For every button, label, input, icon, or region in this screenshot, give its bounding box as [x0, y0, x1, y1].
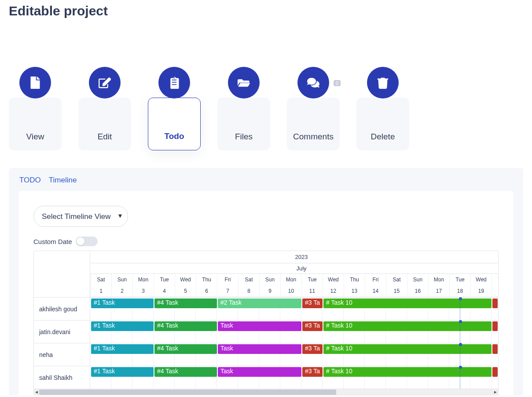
timeline-day-header: Thu	[196, 274, 217, 285]
timeline-row-track: #1 Task#4 TaskTask#3 Ta# Task 10	[90, 343, 498, 366]
timeline-day-header: Sun	[407, 274, 428, 285]
timeline-task-bar[interactable]: #1 Task	[91, 367, 154, 377]
timeline-date-header: 18	[449, 285, 470, 297]
timeline-task-bar[interactable]: #3 Ta	[302, 367, 323, 377]
timeline-row-track: #1 Task#4 TaskTask#3 Ta# Task 10	[90, 320, 498, 343]
tab-comments[interactable]: 0 Comments	[287, 98, 340, 150]
timeline-date-header: 7	[217, 285, 238, 297]
timeline-day-header: Sun	[259, 274, 280, 285]
timeline-date-header: 20	[492, 285, 498, 297]
scroll-right-icon[interactable]: ►	[493, 390, 498, 395]
timeline-task-bar[interactable]: # Task 10	[323, 321, 492, 331]
timeline-day-header: Fri	[365, 274, 386, 285]
timeline-task-bar[interactable]: Task	[218, 344, 301, 354]
timeline-date-header: 14	[365, 285, 386, 297]
timeline-task-bar[interactable]: #3 Ta	[302, 321, 323, 331]
timeline-day-header: Mon	[132, 274, 154, 285]
tab-label: View	[26, 132, 44, 142]
timeline-task-bar[interactable]	[492, 299, 498, 308]
timeline-task-bar[interactable]: #1 Task	[91, 299, 154, 308]
timeline-date-header: 15	[386, 285, 407, 297]
file-icon	[19, 67, 51, 98]
timeline-day-header: Thu	[492, 274, 498, 285]
timeline-date-header: 19	[470, 285, 492, 297]
timeline-task-bar[interactable]: Task	[218, 367, 301, 377]
page-title: Editable project	[9, 4, 532, 18]
scroll-left-icon[interactable]: ◄	[34, 390, 39, 395]
timeline-date-header: 13	[344, 285, 365, 297]
timeline-task-bar[interactable]: #1 Task	[91, 344, 154, 354]
timeline-row-track: #1 Task#4 Task#2 Task#3 Ta# Task 10	[90, 297, 498, 320]
timeline-date-header: 4	[154, 285, 175, 297]
tab-edit[interactable]: Edit	[78, 98, 131, 150]
timeline-row-track: #1 Task#4 TaskTask#3 Ta# Task 10	[90, 366, 498, 389]
timeline-task-bar[interactable]: # Task 10	[323, 344, 492, 354]
timeline-month: July	[90, 263, 498, 274]
timeline-task-bar[interactable]: #1 Task	[91, 321, 154, 331]
timeline-task-bar[interactable]: #3 Ta	[302, 344, 323, 354]
edit-icon	[89, 67, 121, 98]
tab-label: Comments	[293, 132, 334, 142]
timeline-day-header: Mon	[280, 274, 301, 285]
timeline-task-bar[interactable]: # Task 10	[323, 367, 492, 377]
tab-view[interactable]: View	[9, 98, 62, 150]
timeline-date-header: 17	[428, 285, 449, 297]
timeline-row-user: sahil Shaikh	[34, 366, 90, 389]
todo-subtabs: TODO Timeline	[9, 176, 523, 191]
timeline-task-bar[interactable]: # Task 10	[323, 299, 492, 308]
timeline-date-header: 12	[323, 285, 344, 297]
tab-files[interactable]: Files	[217, 98, 270, 150]
timeline-date-header: 16	[407, 285, 428, 297]
timeline-row-user: neha	[34, 343, 90, 366]
timeline-day-header: Thu	[344, 274, 365, 285]
timeline-day-header: Sun	[111, 274, 132, 285]
timeline-task-bar[interactable]: #3 Ta	[302, 299, 323, 308]
timeline-date-header: 8	[238, 285, 259, 297]
timeline-day-header: Wed	[175, 274, 196, 285]
tab-label: Delete	[371, 132, 395, 142]
timeline-task-bar[interactable]: #4 Task	[154, 299, 217, 308]
timeline-date-header: 6	[196, 285, 217, 297]
custom-date-label: Custom Date	[33, 238, 72, 245]
subtab-timeline[interactable]: Timeline	[49, 176, 77, 185]
timeline-task-bar[interactable]: #4 Task	[154, 321, 217, 331]
clipboard-icon	[158, 67, 190, 98]
timeline-day-header: Sat	[90, 274, 111, 285]
timeline-task-bar[interactable]: #4 Task	[154, 344, 217, 354]
tab-label: Files	[235, 132, 253, 142]
timeline-row-user: akhilesh goud	[34, 297, 90, 320]
timeline-day-header: Wed	[323, 274, 344, 285]
comments-count-badge: 0	[334, 80, 341, 86]
timeline-task-bar[interactable]: #4 Task	[154, 367, 217, 377]
timeline-task-bar[interactable]: #2 Task	[218, 299, 301, 308]
timeline-task-bar[interactable]	[492, 321, 498, 331]
trash-icon	[367, 67, 399, 98]
timeline-task-bar[interactable]	[492, 367, 498, 377]
todo-panel: TODO Timeline Select Timeline View Custo…	[9, 168, 523, 395]
tab-delete[interactable]: Delete	[356, 98, 409, 150]
timeline-day-header: Sat	[386, 274, 407, 285]
timeline-scrollbar[interactable]: ◄ ►	[34, 389, 498, 395]
timeline-row-user: jatin.devani	[34, 320, 90, 343]
timeline-task-bar[interactable]: Task	[218, 321, 301, 331]
timeline-day-header: Tue	[154, 274, 175, 285]
project-action-tabs: View Edit Todo Files 0 Comments Delete	[0, 18, 532, 168]
timeline-date-header: 2	[111, 285, 132, 297]
timeline-date-header: 3	[132, 285, 154, 297]
scroll-thumb[interactable]	[39, 390, 336, 395]
timeline-date-header: 11	[301, 285, 323, 297]
comments-icon	[297, 67, 329, 98]
timeline-date-header: 1	[90, 285, 111, 297]
timeline-day-header: Fri	[217, 274, 238, 285]
timeline-task-bar[interactable]	[492, 344, 498, 354]
subtab-todo[interactable]: TODO	[19, 176, 41, 185]
timeline-panel: Select Timeline View Custom Date 2023 Ju…	[18, 191, 514, 395]
timeline-day-header: Mon	[428, 274, 449, 285]
timeline-view-select[interactable]: Select Timeline View	[33, 206, 128, 227]
tab-label: Todo	[164, 131, 184, 141]
timeline-day-header: Wed	[470, 274, 492, 285]
tab-todo[interactable]: Todo	[148, 98, 201, 150]
custom-date-toggle[interactable]	[76, 237, 98, 246]
timeline-date-header: 9	[259, 285, 280, 297]
timeline-day-header: Sat	[238, 274, 259, 285]
